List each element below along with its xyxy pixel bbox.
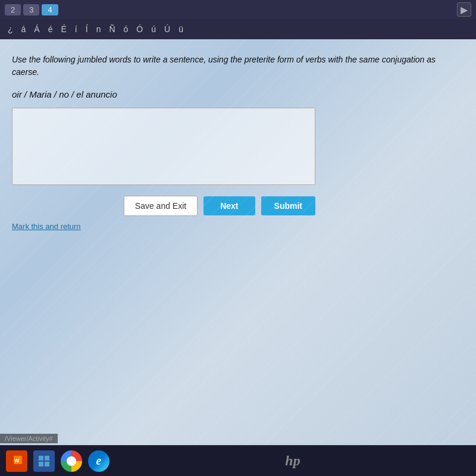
char-e-acute[interactable]: é [46,24,55,35]
grid-icon[interactable] [33,450,55,472]
char-o-acute[interactable]: ó [122,24,130,35]
instruction-text: Use the following jumbled words to write… [12,54,440,79]
url-bar: /Viewer/Activity# [0,434,58,443]
chrome-icon[interactable] [61,450,82,472]
taskbar-center: hp [115,453,470,469]
svg-rect-6 [45,462,49,466]
tab-4[interactable]: 4 [42,4,58,15]
char-I-acute[interactable]: Í [84,24,90,35]
mark-return-link[interactable]: Mark this and return [12,222,81,231]
submit-button[interactable]: Submit [261,196,315,215]
office-icon[interactable]: W [6,450,27,472]
main-content: Use the following jumbled words to write… [0,39,476,445]
char-u-acute[interactable]: ú [149,24,158,35]
tab-2[interactable]: 2 [5,4,21,15]
char-n-lower[interactable]: n [95,24,103,35]
edge-icon[interactable]: e [88,450,109,472]
tab-bar: 2 3 4 ▶ [0,0,476,19]
char-U-acute[interactable]: Ú [162,24,172,35]
svg-rect-4 [45,456,49,461]
char-E-acute[interactable]: É [60,24,68,35]
svg-text:W: W [14,458,20,464]
next-button[interactable]: Next [203,196,255,215]
svg-rect-5 [39,462,43,466]
char-a-acute[interactable]: á [20,24,28,35]
char-N-tilde[interactable]: Ñ [107,24,117,35]
special-chars-bar: ¿ á Á é É í Í n Ñ ó Ó ú Ú ü [0,19,476,39]
char-A-acute[interactable]: Á [32,24,41,35]
save-exit-button[interactable]: Save and Exit [124,196,198,216]
svg-rect-3 [39,456,43,461]
char-i-acute[interactable]: í [73,24,79,35]
hp-logo: hp [285,453,300,469]
jumbled-words: oir / Maria / no / el anuncio [12,89,464,99]
char-u-umlaut[interactable]: ü [177,24,185,35]
buttons-row: Save and Exit Next Submit [12,196,315,216]
char-inverted-question[interactable]: ¿ [6,24,15,35]
char-O-acute[interactable]: Ó [134,24,145,35]
tab-3[interactable]: 3 [23,4,39,15]
taskbar: W e hp [0,445,476,476]
play-button[interactable]: ▶ [457,2,471,17]
answer-textarea[interactable] [12,108,315,185]
